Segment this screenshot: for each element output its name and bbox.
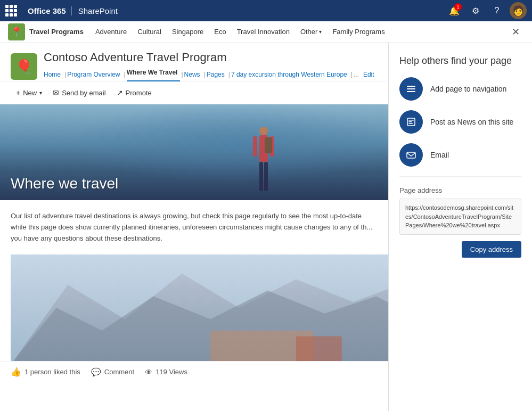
promote-button[interactable]: ↗ Promote — [111, 86, 157, 100]
site-logo[interactable]: 📍 Travel Programs — [8, 23, 84, 40]
nav-item-cultural[interactable]: Cultural — [132, 21, 167, 43]
views-icon: 👁 — [145, 368, 152, 376]
office-title: Office 365 — [22, 6, 72, 15]
page-toolbar: + New ▾ ✉ Send by email ↗ Promote — [0, 81, 388, 104]
new-chevron-icon: ▾ — [39, 90, 42, 96]
comment-item[interactable]: 💬 Comment — [91, 367, 134, 377]
notification-button[interactable]: 🔔 1 — [446, 2, 463, 19]
svg-rect-19 — [407, 152, 415, 158]
svg-rect-3 — [264, 162, 268, 191]
breadcrumb-excursion[interactable]: 7 day excursion through Western Europe — [231, 70, 350, 79]
likes-item[interactable]: 👍 1 person liked this — [11, 367, 80, 377]
notification-badge: 1 — [454, 3, 462, 11]
svg-rect-17 — [408, 121, 412, 122]
main-wrapper: 🎈 Contoso Adventure Travel Program Home … — [0, 43, 532, 411]
svg-rect-16 — [408, 120, 414, 121]
comment-icon: 💬 — [91, 367, 101, 377]
close-panel-button[interactable]: ✕ — [508, 24, 524, 40]
svg-rect-12 — [407, 86, 415, 87]
breadcrumb-more[interactable]: ... — [354, 71, 359, 78]
svg-rect-14 — [407, 91, 415, 92]
breadcrumb-pages[interactable]: Pages — [207, 70, 227, 79]
site-nav-items: Adventure Cultural Singapore Eco Travel … — [90, 21, 390, 43]
copy-address-button[interactable]: Copy address — [462, 241, 521, 258]
email-action-icon — [399, 143, 423, 167]
nav-item-singapore[interactable]: Singapore — [167, 21, 209, 43]
breadcrumb-news[interactable]: News — [184, 70, 203, 79]
nav-item-eco[interactable]: Eco — [209, 21, 231, 43]
new-button[interactable]: + New ▾ — [11, 86, 47, 100]
breadcrumb-program-overview[interactable]: Program Overview — [67, 70, 122, 79]
views-item: 👁 119 Views — [145, 368, 187, 376]
promote-icon: ↗ — [117, 88, 123, 97]
site-name: Travel Programs — [29, 28, 84, 36]
email-action[interactable]: Email — [399, 143, 521, 167]
svg-point-0 — [259, 127, 268, 135]
nav-item-travel-innovation[interactable]: Travel Innovation — [232, 21, 295, 43]
grid-icon — [5, 5, 17, 17]
like-icon: 👍 — [11, 367, 21, 377]
add-nav-label: Add page to navigation — [430, 85, 506, 93]
page-header: 🎈 Contoso Adventure Travel Program Home … — [0, 43, 388, 81]
add-nav-action[interactable]: Add page to navigation — [399, 77, 521, 101]
help-button[interactable]: ? — [488, 2, 505, 19]
svg-rect-18 — [408, 123, 413, 124]
post-news-label: Post as News on this site — [430, 118, 513, 126]
svg-rect-13 — [407, 88, 415, 89]
svg-rect-4 — [253, 136, 257, 157]
page-address-label: Page address — [399, 186, 521, 194]
secondary-image — [11, 254, 388, 361]
other-chevron-icon: ▾ — [319, 29, 322, 35]
settings-button[interactable]: ⚙ — [467, 2, 484, 19]
panel-divider — [399, 176, 521, 177]
post-news-icon — [399, 110, 423, 134]
page-content: 🎈 Contoso Adventure Travel Program Home … — [0, 43, 388, 411]
page-header-info: Contoso Adventure Travel Program Home | … — [44, 51, 378, 81]
email-action-label: Email — [430, 151, 449, 159]
right-panel: Help others find your page Add page to n… — [388, 43, 532, 411]
hero-image: Where we travel — [0, 104, 388, 200]
svg-rect-2 — [259, 162, 263, 191]
top-bar: Office 365 SharePoint 🔔 1 ⚙ ? 🧑 — [0, 0, 532, 21]
breadcrumb-edit[interactable]: Edit — [363, 71, 374, 78]
send-email-button[interactable]: ✉ Send by email — [47, 86, 111, 100]
top-bar-right: 🔔 1 ⚙ ? 🧑 — [446, 2, 527, 19]
sharepoint-title: SharePoint — [72, 6, 124, 15]
svg-rect-11 — [296, 336, 342, 361]
new-icon: + — [16, 88, 20, 97]
nav-item-other[interactable]: Other ▾ — [295, 21, 328, 43]
hero-title: Where we travel — [0, 167, 129, 200]
nav-item-adventure[interactable]: Adventure — [90, 21, 132, 43]
page-title: Contoso Adventure Travel Program — [44, 51, 378, 64]
breadcrumb-where-we-travel[interactable]: Where We Travel — [127, 68, 181, 81]
page-body-text: Our list of adventure travel destination… — [0, 200, 388, 254]
page-logo-icon: 🎈 — [11, 53, 37, 80]
svg-rect-6 — [265, 137, 272, 153]
post-news-action[interactable]: Post as News on this site — [399, 110, 521, 134]
site-logo-icon: 📍 — [8, 23, 25, 40]
page-address-box: https://contosodemosg.sharepoint.com/sit… — [399, 199, 521, 235]
app-launcher-button[interactable] — [5, 4, 18, 17]
email-icon: ✉ — [53, 88, 59, 97]
breadcrumb-home[interactable]: Home — [44, 70, 63, 79]
hero-person-icon — [248, 126, 280, 200]
add-nav-icon — [399, 77, 423, 101]
panel-title: Help others find your page — [399, 55, 521, 67]
nav-item-family-programs[interactable]: Family Programs — [327, 21, 390, 43]
breadcrumb: Home | Program Overview | Where We Trave… — [44, 68, 378, 81]
page-bottom-bar: 👍 1 person liked this 💬 Comment 👁 119 Vi… — [0, 361, 388, 382]
site-nav: 📍 Travel Programs Adventure Cultural Sin… — [0, 21, 532, 43]
user-avatar[interactable]: 🧑 — [510, 2, 527, 19]
